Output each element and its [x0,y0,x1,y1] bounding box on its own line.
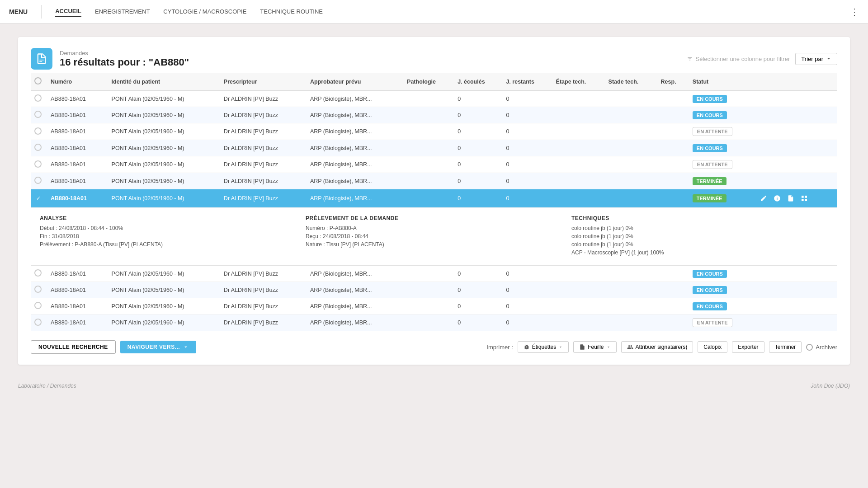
th-stade[interactable]: Stade tech. [605,73,657,90]
technique-line: colo routine jb (1 jour) 0% [571,225,828,231]
prelevement-title: PRÈLEVEMENT DE LA DEMANDE [306,215,562,221]
row-actions [755,140,837,156]
archiver-wrap: Archiver [806,344,837,351]
row-select[interactable] [31,314,47,331]
row-select[interactable] [31,265,47,282]
row-pathologie [403,314,454,331]
row-select[interactable] [31,173,47,189]
edit-icon[interactable] [758,193,769,204]
row-select[interactable] [31,90,47,107]
row-resp [657,298,689,314]
row-actions [755,314,837,331]
row-etape [552,123,605,140]
row-pathologie [403,189,454,208]
naviguer-vers-button[interactable]: NAVIGUER VERS... [120,341,196,353]
row-select[interactable] [31,156,47,173]
nav-cytologie[interactable]: CYTOLOGIE / MACROSCOPIE [163,6,246,17]
terminer-button[interactable]: Terminer [769,341,802,353]
row-numero: AB880-18A01 [47,314,108,331]
table-row[interactable]: AB880-18A01 PONT Alain (02/05/1960 - M) … [31,298,837,314]
th-statut[interactable]: Statut [689,73,755,90]
table-row[interactable]: AB880-18A01 PONT Alain (02/05/1960 - M) … [31,282,837,298]
row-resp [657,107,689,123]
nav-technique[interactable]: TECHNIQUE ROUTINE [260,6,323,17]
table-row[interactable]: AB880-18A01 PONT Alain (02/05/1960 - M) … [31,123,837,140]
row-approbateur: ARP (Biologiste), MBR... [307,314,403,331]
row-select[interactable] [31,282,47,298]
th-j-restants[interactable]: J. restants [502,73,552,90]
row-patient: PONT Alain (02/05/1960 - M) [108,107,220,123]
th-numero[interactable]: Numéro [47,73,108,90]
info-icon[interactable] [772,193,783,204]
row-actions [755,90,837,107]
nouvelle-recherche-button[interactable]: NOUVELLE RECHERCHE [31,340,116,354]
th-pathologie[interactable]: Pathologie [403,73,454,90]
row-etape [552,282,605,298]
row-resp [657,314,689,331]
status-badge: EN ATTENTE [693,318,732,327]
filter-bar: Sélectionner une colonne pour filtrer Tr… [687,53,838,65]
th-patient[interactable]: Identité du patient [108,73,220,90]
more-options-icon[interactable]: ⋮ [850,6,859,17]
row-etape [552,314,605,331]
row-action-icons [758,193,834,204]
nav-accueil[interactable]: ACCUEIL [55,6,81,17]
card-title: 16 résultats pour : "AB880" [60,56,189,68]
row-j-ecoules: 0 [454,189,502,208]
row-j-restants: 0 [502,123,552,140]
row-select[interactable] [31,107,47,123]
menu-button[interactable]: MENU [9,8,28,15]
page-footer: Laboratoire / Demandes John Doe (JDO) [0,378,868,394]
row-select[interactable]: ✓ [31,189,47,208]
th-etape[interactable]: Étape tech. [552,73,605,90]
row-approbateur: ARP (Biologiste), MBR... [307,282,403,298]
card-header: Demandes 16 résultats pour : "AB880" Sél… [31,48,837,70]
table-row[interactable]: AB880-18A01 PONT Alain (02/05/1960 - M) … [31,107,837,123]
row-select[interactable] [31,298,47,314]
row-j-restants: 0 [502,189,552,208]
demandes-icon [35,52,48,65]
table-row-highlighted[interactable]: ✓ AB880-18A01 PONT Alain (02/05/1960 - M… [31,189,837,208]
archiver-radio[interactable] [806,344,813,351]
table-row[interactable]: AB880-18A01 PONT Alain (02/05/1960 - M) … [31,314,837,331]
table-row[interactable]: AB880-18A01 PONT Alain (02/05/1960 - M) … [31,156,837,173]
row-approbateur: ARP (Biologiste), MBR... [307,189,403,208]
row-numero: AB880-18A01 [47,123,108,140]
row-stade [605,265,657,282]
row-prescripteur: Dr ALDRIN [PV] Buzz [220,107,307,123]
table-row[interactable]: AB880-18A01 PONT Alain (02/05/1960 - M) … [31,140,837,156]
imprimer-label: Imprimer : [486,344,513,351]
row-stade [605,282,657,298]
row-select[interactable] [31,123,47,140]
table-row[interactable]: AB880-18A01 PONT Alain (02/05/1960 - M) … [31,90,837,107]
nav-enregistrement[interactable]: ENREGISTREMENT [95,6,150,17]
trier-par-button[interactable]: Trier par [795,53,837,65]
th-j-ecoules[interactable]: J. écoulés [454,73,502,90]
row-patient: PONT Alain (02/05/1960 - M) [108,282,220,298]
row-actions [755,298,837,314]
row-prescripteur: Dr ALDRIN [PV] Buzz [220,123,307,140]
th-approbateur[interactable]: Approbateur prévu [307,73,403,90]
th-resp[interactable]: Resp. [657,73,689,90]
row-actions [755,123,837,140]
row-prescripteur: Dr ALDRIN [PV] Buzz [220,173,307,189]
row-resp [657,140,689,156]
grid-icon[interactable] [799,193,810,204]
attribuer-button[interactable]: Attribuer signataire(s) [621,341,693,353]
row-numero: AB880-18A01 [47,156,108,173]
main-content: Demandes 16 résultats pour : "AB880" Sél… [0,23,868,378]
row-patient: PONT Alain (02/05/1960 - M) [108,156,220,173]
row-stade [605,140,657,156]
th-prescripteur[interactable]: Prescripteur [220,73,307,90]
exporter-button[interactable]: Exporter [732,341,764,353]
calopix-button[interactable]: Calopix [698,341,727,353]
row-etape [552,107,605,123]
etiquettes-button[interactable]: Étiquettes [518,341,569,353]
row-j-ecoules: 0 [454,298,502,314]
row-pathologie [403,140,454,156]
doc-icon[interactable] [785,193,796,204]
feuille-button[interactable]: Feuille [573,341,616,353]
row-select[interactable] [31,140,47,156]
table-row[interactable]: AB880-18A01 PONT Alain (02/05/1960 - M) … [31,265,837,282]
table-row[interactable]: AB880-18A01 PONT Alain (02/05/1960 - M) … [31,173,837,189]
